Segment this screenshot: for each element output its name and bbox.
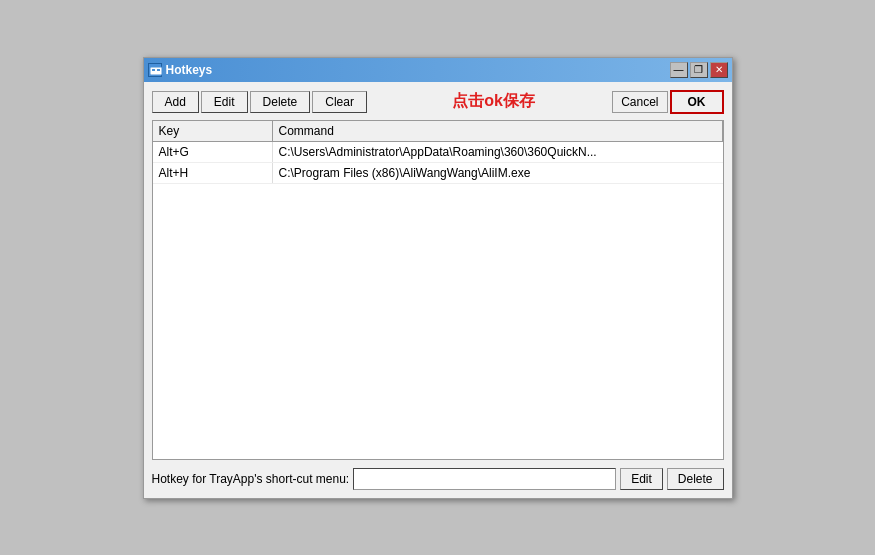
close-button[interactable]: ✕ [710, 62, 728, 78]
minimize-button[interactable]: — [670, 62, 688, 78]
svg-rect-0 [150, 67, 162, 75]
cancel-button[interactable]: Cancel [612, 91, 667, 113]
add-button[interactable]: Add [152, 91, 199, 113]
restore-button[interactable]: ❐ [690, 62, 708, 78]
bottom-edit-button[interactable]: Edit [620, 468, 663, 490]
clear-button[interactable]: Clear [312, 91, 367, 113]
delete-button[interactable]: Delete [250, 91, 311, 113]
svg-rect-1 [152, 69, 155, 71]
table-header: Key Command [153, 121, 723, 142]
title-bar: Hotkeys — ❐ ✕ [144, 58, 732, 82]
key-column-header: Key [153, 121, 273, 141]
window-body: Add Edit Delete Clear 点击ok保存 Cancel OK K… [144, 82, 732, 498]
annotation-text: 点击ok保存 [377, 91, 610, 112]
trayapp-hotkey-input[interactable] [353, 468, 616, 490]
ok-button[interactable]: OK [670, 90, 724, 114]
app-icon [148, 63, 162, 77]
window-title: Hotkeys [166, 63, 213, 77]
command-column-header: Command [273, 121, 723, 141]
hotkeys-window: Hotkeys — ❐ ✕ Add Edit Delete Clear 点击ok… [143, 57, 733, 499]
bottom-delete-button[interactable]: Delete [667, 468, 724, 490]
table-row[interactable]: Alt+G C:\Users\Administrator\AppData\Roa… [153, 142, 723, 163]
row-key-1: Alt+G [153, 142, 273, 162]
row-key-2: Alt+H [153, 163, 273, 183]
toolbar: Add Edit Delete Clear 点击ok保存 Cancel OK [152, 90, 724, 114]
title-bar-left: Hotkeys [148, 63, 213, 77]
hotkeys-table: Key Command Alt+G C:\Users\Administrator… [152, 120, 724, 460]
svg-rect-2 [157, 69, 160, 71]
row-command-1: C:\Users\Administrator\AppData\Roaming\3… [273, 142, 723, 162]
edit-button[interactable]: Edit [201, 91, 248, 113]
title-buttons: — ❐ ✕ [670, 62, 728, 78]
bottom-bar: Hotkey for TrayApp's short-cut menu: Edi… [152, 468, 724, 490]
row-command-2: C:\Program Files (x86)\AliWangWang\AliIM… [273, 163, 723, 183]
table-row[interactable]: Alt+H C:\Program Files (x86)\AliWangWang… [153, 163, 723, 184]
trayapp-label: Hotkey for TrayApp's short-cut menu: [152, 472, 350, 486]
